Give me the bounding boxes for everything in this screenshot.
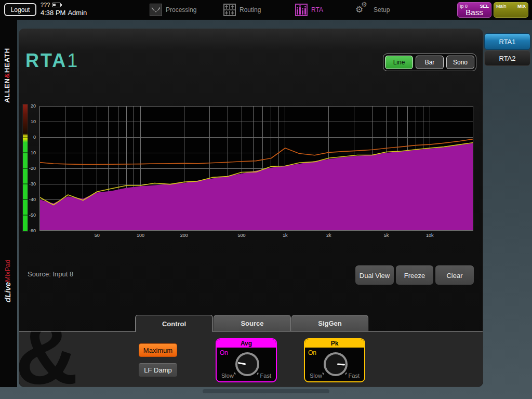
y-tick-label: -10 (20, 150, 36, 155)
dual-view-button[interactable]: Dual View (355, 265, 394, 285)
freeze-button[interactable]: Freeze (396, 265, 433, 285)
nav-setup-label: Setup (374, 6, 390, 14)
x-tick-label: 100 (133, 233, 149, 238)
lf-damp-button[interactable]: LF Damp (139, 363, 177, 377)
view-mode-switch: Line Bar Sono (383, 54, 476, 71)
battery-icon (52, 3, 61, 7)
dlive-logo: dLive (3, 282, 12, 302)
y-tick-label: 0 (20, 135, 36, 140)
view-line-button[interactable]: Line (385, 56, 413, 69)
logout-button[interactable]: Logout (4, 3, 36, 16)
rta1-side-tab[interactable]: RTA1 (484, 33, 530, 50)
nav-routing[interactable]: Routing (223, 3, 261, 17)
mix-badge: MIX (517, 4, 526, 9)
x-tick-label: 500 (234, 233, 249, 238)
rta-icon (295, 4, 308, 16)
x-tick-label: 2k (321, 233, 337, 238)
y-axis-labels: 20100-10-20-30-40-50-60 (19, 106, 38, 231)
nav-processing[interactable]: Processing (150, 3, 196, 17)
clock-text: 4:38 PM (41, 9, 65, 17)
nav-processing-label: Processing (166, 6, 196, 14)
brand-ampersand: & (3, 73, 11, 78)
brand-heath: HEATH (3, 48, 11, 73)
pk-knob-title: Pk (305, 339, 364, 348)
spectrum-plot (39, 106, 473, 231)
nav-rta[interactable]: RTA (295, 3, 323, 17)
x-tick-label: 5k (378, 233, 394, 238)
x-tick-label: 1k (277, 233, 293, 238)
pk-speed-knob[interactable] (324, 352, 348, 376)
user-name: Admin (68, 9, 87, 17)
clear-button[interactable]: Clear (435, 265, 474, 285)
y-tick-label: -60 (20, 228, 36, 233)
avg-slow-label: Slow (221, 373, 234, 379)
page-title: RTA1 (25, 50, 79, 72)
selected-channel-button[interactable]: Ip 8 SEL Bass (457, 2, 491, 18)
y-tick-label: -20 (20, 166, 36, 171)
setup-gears-icon: ⚙⚙ (356, 3, 370, 17)
pk-on-label[interactable]: On (308, 349, 316, 356)
clock-user: 4:38 PMAdmin (41, 9, 89, 17)
top-bar: Logout ??? 4:38 PMAdmin Processing Routi… (0, 0, 532, 20)
page-title-number: 1 (67, 50, 79, 71)
ampersand-watermark: & (19, 331, 78, 387)
pk-fast-label: Fast (349, 373, 360, 379)
knob-pointer (238, 362, 246, 365)
mixpad-logo: MixPad (4, 259, 11, 282)
nav-setup[interactable]: ⚙⚙ Setup (356, 3, 390, 17)
control-tab-panel: & Maximum LF Damp Avg On Slow Fast Pk On… (19, 331, 483, 387)
nav-rta-label: RTA (311, 6, 323, 14)
allen-heath-logo: ALLEN&HEATH (3, 25, 11, 103)
nav-routing-label: Routing (240, 6, 261, 14)
avg-speed-knob[interactable] (235, 352, 259, 376)
brand-sidebar: ALLEN&HEATH dLiveMixPad (0, 20, 17, 387)
view-bar-button[interactable]: Bar (416, 56, 444, 69)
processing-icon (150, 4, 162, 16)
view-sono-button[interactable]: Sono (446, 56, 474, 69)
brand-allen: ALLEN (3, 78, 11, 103)
knob-pointer (337, 363, 345, 365)
maximum-button[interactable]: Maximum (139, 343, 177, 357)
dlive-mixpad-logo: dLiveMixPad (3, 221, 12, 302)
avg-fast-label: Fast (260, 373, 271, 379)
rta-panel: RTA1 Line Bar Sono 20100-10-20-30-40-50-… (19, 29, 483, 387)
x-tick-label: 50 (89, 233, 105, 238)
mixpad-app: { "top_bar": { "logout_label": "Logout",… (0, 0, 532, 399)
x-tick-label: 10k (422, 233, 437, 238)
pk-slow-label: Slow (310, 373, 322, 379)
y-tick-label: 20 (20, 103, 36, 109)
x-axis-labels: 501002005001k2k5k10k (39, 233, 473, 239)
routing-icon (223, 4, 236, 16)
status-unknown-text: ??? (41, 2, 50, 8)
mix-button[interactable]: Main MIX (494, 2, 528, 18)
tab-siggen[interactable]: SigGen (291, 315, 368, 331)
pk-knob-panel: Pk On Slow Fast (304, 338, 365, 382)
home-indicator-bar[interactable] (203, 389, 329, 393)
tab-source[interactable]: Source (214, 315, 291, 331)
avg-on-label[interactable]: On (220, 349, 228, 356)
y-tick-label: -30 (20, 181, 36, 187)
y-tick-label: 10 (20, 119, 36, 124)
tab-control[interactable]: Control (135, 315, 213, 332)
x-tick-label: 200 (176, 233, 192, 238)
mix-name: Main (496, 4, 507, 9)
rta2-side-tab[interactable]: RTA2 (484, 50, 530, 66)
rta-plot-svg (39, 106, 473, 231)
channel-name: Bass (458, 8, 491, 17)
source-label: Source: Input 8 (28, 270, 73, 278)
page-title-text: RTA (25, 50, 67, 71)
y-tick-label: -40 (20, 197, 36, 202)
y-tick-label: -50 (20, 212, 36, 218)
avg-knob-title: Avg (217, 339, 276, 348)
avg-knob-panel: Avg On Slow Fast (216, 338, 277, 382)
